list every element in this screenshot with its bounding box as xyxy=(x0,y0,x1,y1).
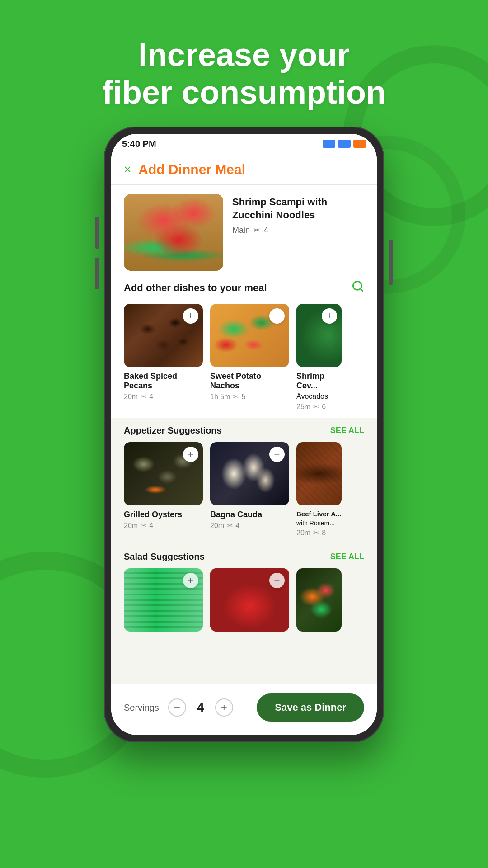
servings-count: 4 xyxy=(195,700,206,715)
servings-section: Servings − 4 + xyxy=(124,698,233,717)
dish-card-nachos: + Sweet Potato Nachos 1h 5m ✂ 5 xyxy=(210,304,289,411)
increase-servings-button[interactable]: + xyxy=(215,698,233,717)
dish-image-shrimp-cev: + xyxy=(296,304,342,367)
dish-image-oysters: + xyxy=(124,442,203,505)
dish-meta-nachos: 1h 5m ✂ 5 xyxy=(210,392,289,401)
main-dish-name: Shrimp Scampi with Zucchini Noodles xyxy=(232,196,364,222)
add-shrimp-cev-button[interactable]: + xyxy=(322,308,337,324)
status-icon-1 xyxy=(323,140,335,148)
add-dishes-title: Add other dishes to your meal xyxy=(124,282,267,294)
main-dish-image xyxy=(124,194,223,271)
status-time: 5:40 PM xyxy=(122,139,156,149)
add-asparagus-button[interactable]: + xyxy=(183,573,198,588)
dish-image-pecans: + xyxy=(124,304,203,367)
appetizer-section-header: Appetizer Suggestions SEE ALL xyxy=(111,418,377,442)
dish-card-pomegranate: + xyxy=(210,568,289,636)
featured-dishes-scroll: + Baked Spiced Pecans 20m ✂ 4 + xyxy=(124,304,364,411)
main-dish-servings: 4 xyxy=(264,226,268,235)
close-button[interactable]: × xyxy=(124,162,131,177)
status-icon-3 xyxy=(353,140,366,148)
dish-name-nachos: Sweet Potato Nachos xyxy=(210,372,289,391)
main-dish-section: Shrimp Scampi with Zucchini Noodles Main… xyxy=(111,185,377,271)
appetizer-title: Appetizer Suggestions xyxy=(124,425,222,436)
appetizer-see-all-button[interactable]: SEE ALL xyxy=(330,426,364,435)
dish-name-shrimp-cev: Shrimp Cev... xyxy=(296,372,342,391)
status-icons xyxy=(323,140,366,148)
salad-dishes-row: + + xyxy=(111,568,377,681)
page-header: Increase your fiber consumption xyxy=(0,0,488,134)
dish-image-beef xyxy=(296,442,342,505)
svg-line-1 xyxy=(360,288,362,291)
dish-card-oysters: + Grilled Oysters 20m ✂ 4 xyxy=(124,442,203,537)
dish-meta-oysters: 20m ✂ 4 xyxy=(124,521,203,530)
dish-name-pecans: Baked Spiced Pecans xyxy=(124,372,203,391)
dish-meta-beef: 20m ✂ 8 xyxy=(296,528,342,537)
dish-card-shrimp-cev: + Shrimp Cev... Avocados 25m ✂ 6 xyxy=(296,304,342,411)
dish-image-mixed-salad xyxy=(296,568,342,632)
main-dish-visual xyxy=(124,194,223,271)
salad-section-header: Salad Suggestions SEE ALL xyxy=(111,544,377,568)
add-pomegranate-button[interactable]: + xyxy=(269,573,285,588)
power-button xyxy=(389,240,393,285)
dish-image-asparagus: + xyxy=(124,568,203,632)
vol-up-button xyxy=(95,217,99,249)
add-dishes-section: Add other dishes to your meal + xyxy=(111,271,377,418)
dish-meta-bagna: 20m ✂ 4 xyxy=(210,521,289,530)
add-oysters-button[interactable]: + xyxy=(183,447,198,462)
dish-name-beef: Beef Liver A... xyxy=(296,510,342,518)
app-header: × Add Dinner Meal xyxy=(111,154,377,185)
appetizer-dishes-row: + Grilled Oysters 20m ✂ 4 + Bagna Ca xyxy=(111,442,377,544)
header-line1: Increase your xyxy=(138,37,350,73)
main-dish-meta: Main ✂ 4 xyxy=(232,225,364,235)
main-dish-category: Main xyxy=(232,226,250,235)
add-nachos-button[interactable]: + xyxy=(269,308,285,324)
main-dish-info: Shrimp Scampi with Zucchini Noodles Main… xyxy=(232,194,364,235)
dish-card-pecans: + Baked Spiced Pecans 20m ✂ 4 xyxy=(124,304,203,411)
dish-name-oysters: Grilled Oysters xyxy=(124,510,203,519)
search-button[interactable] xyxy=(352,280,364,296)
dish-image-bagna: + xyxy=(210,442,289,505)
dish-card-beef: Beef Liver A... with Rosem... 20m ✂ 8 xyxy=(296,442,342,537)
dish-meta-shrimp-cev: 25m ✂ 6 xyxy=(296,402,342,411)
dish-card-mixed-salad xyxy=(296,568,342,636)
dish-name-bagna: Bagna Cauda xyxy=(210,510,289,519)
app-title: Add Dinner Meal xyxy=(138,162,245,177)
dish-name-beef-2: with Rosem... xyxy=(296,519,342,527)
add-bagna-button[interactable]: + xyxy=(269,447,285,462)
dish-name-shrimp-cev-2: Avocados xyxy=(296,392,342,401)
phone-mockup: 5:40 PM × Add Dinner Meal xyxy=(104,127,384,742)
decrease-servings-button[interactable]: − xyxy=(168,698,186,717)
vol-down-button xyxy=(95,258,99,289)
save-as-dinner-button[interactable]: Save as Dinner xyxy=(257,693,364,722)
salad-title: Salad Suggestions xyxy=(124,552,205,562)
status-bar: 5:40 PM xyxy=(111,134,377,154)
add-dishes-header: Add other dishes to your meal xyxy=(124,280,364,296)
bottom-bar: Servings − 4 + Save as Dinner xyxy=(111,684,377,735)
add-pecans-button[interactable]: + xyxy=(183,308,198,324)
dish-image-pomegranate: + xyxy=(210,568,289,632)
header-line2: fiber consumption xyxy=(102,74,386,110)
dish-meta-pecans: 20m ✂ 4 xyxy=(124,392,203,401)
phone-screen: 5:40 PM × Add Dinner Meal xyxy=(111,134,377,735)
dish-card-asparagus: + xyxy=(124,568,203,636)
status-icon-2 xyxy=(338,140,351,148)
servings-label: Servings xyxy=(124,703,159,713)
salad-see-all-button[interactable]: SEE ALL xyxy=(330,552,364,561)
meta-separator-icon: ✂ xyxy=(253,225,260,235)
dish-card-bagna: + Bagna Cauda 20m ✂ 4 xyxy=(210,442,289,537)
dish-image-nachos: + xyxy=(210,304,289,367)
